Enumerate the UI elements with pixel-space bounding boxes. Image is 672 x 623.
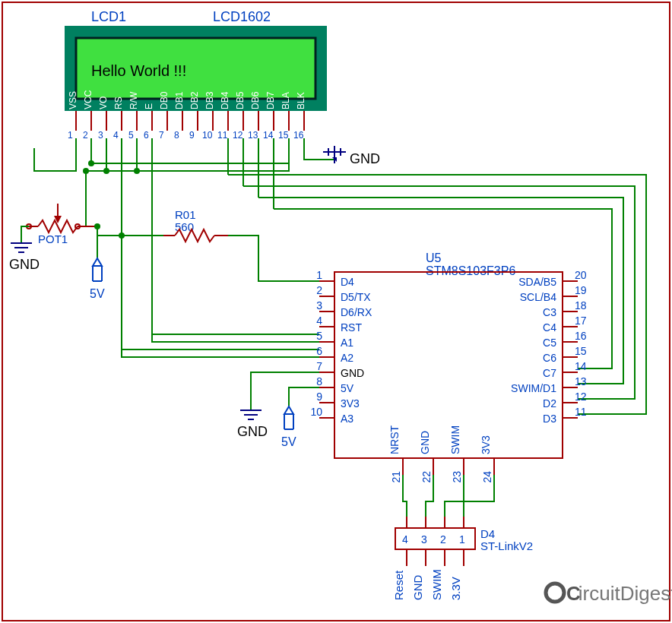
svg-text:1: 1 (459, 533, 465, 546)
gnd-symbol-pot: GND (9, 243, 40, 272)
gnd-symbol-lcd: GND (323, 146, 380, 166)
svg-text:NRST: NRST (388, 425, 401, 454)
svg-text:DB7: DB7 (265, 91, 276, 109)
svg-text:CircuitDigest: CircuitDigest (566, 582, 672, 605)
svg-text:24: 24 (481, 471, 493, 483)
svg-text:3V3: 3V3 (480, 435, 492, 454)
svg-text:RS: RS (113, 96, 124, 109)
lcd-part: LCD1602 (213, 9, 271, 24)
potentiometer: POT1 (27, 204, 100, 245)
svg-text:7: 7 (159, 130, 164, 141)
svg-text:GND: GND (341, 367, 364, 379)
resistor-r01: R01 560 (163, 208, 228, 242)
svg-text:A1: A1 (341, 337, 353, 349)
svg-text:13: 13 (575, 375, 587, 387)
svg-text:SWIM/D1: SWIM/D1 (511, 382, 556, 394)
svg-text:15: 15 (575, 345, 587, 357)
svg-text:SWIM: SWIM (449, 425, 461, 454)
svg-text:GND: GND (419, 431, 431, 454)
svg-text:4: 4 (113, 130, 119, 141)
svg-text:VSS: VSS (68, 91, 78, 109)
svg-text:DB2: DB2 (189, 91, 200, 109)
svg-text:12: 12 (233, 130, 243, 141)
svg-text:15: 15 (278, 130, 289, 141)
svg-text:3.3V: 3.3V (449, 577, 462, 600)
svg-text:14: 14 (575, 360, 587, 372)
5v-label-2: 5V (281, 435, 296, 448)
svg-text:2: 2 (440, 533, 446, 546)
svg-text:10: 10 (202, 130, 213, 141)
svg-text:7: 7 (316, 360, 322, 372)
lcd1602-component: LCD1 LCD1602 Hello World !!! VSS 1 VCC 2… (65, 9, 327, 141)
svg-text:R/W: R/W (128, 91, 139, 109)
svg-text:2: 2 (316, 284, 322, 296)
svg-text:3: 3 (421, 533, 427, 546)
svg-text:21: 21 (390, 471, 402, 483)
svg-text:C4: C4 (543, 321, 556, 334)
svg-text:5: 5 (316, 330, 322, 342)
svg-text:10: 10 (310, 406, 322, 418)
svg-text:C5: C5 (543, 337, 556, 349)
svg-text:1: 1 (68, 130, 73, 141)
svg-text:D5/TX: D5/TX (341, 291, 371, 303)
svg-text:DB4: DB4 (220, 91, 230, 109)
svg-text:5: 5 (128, 130, 134, 141)
5v-source-2: 5V (281, 406, 296, 448)
svg-text:9: 9 (316, 391, 322, 403)
svg-text:D6/RX: D6/RX (341, 306, 372, 318)
svg-text:3: 3 (98, 130, 103, 141)
svg-text:13: 13 (248, 130, 258, 141)
gnd-label-lcd: GND (350, 151, 380, 166)
svg-text:E: E (144, 103, 154, 109)
svg-text:D3: D3 (543, 413, 556, 425)
svg-text:C3: C3 (543, 306, 556, 318)
mcu-ref: U5 (426, 251, 442, 264)
svg-text:SDA/B5: SDA/B5 (518, 276, 556, 288)
svg-text:20: 20 (575, 269, 587, 281)
svg-text:12: 12 (575, 391, 587, 403)
svg-text:14: 14 (263, 130, 274, 141)
svg-text:22: 22 (420, 471, 433, 483)
svg-text:Reset: Reset (392, 570, 405, 600)
svg-text:8: 8 (174, 130, 179, 141)
svg-text:16: 16 (575, 330, 587, 342)
svg-text:C6: C6 (543, 352, 556, 364)
svg-text:D2: D2 (543, 397, 556, 410)
svg-text:17: 17 (575, 315, 587, 327)
gnd-label-mcu: GND (237, 424, 268, 439)
svg-text:9: 9 (189, 130, 195, 141)
mcu-u5: U5 STM8S103F3P6 1D4 2D5/TX 3D6/RX 4RST 5… (310, 251, 586, 483)
svg-text:8: 8 (316, 375, 322, 387)
circuitdigest-logo: CircuitDigest (546, 582, 672, 605)
svg-text:BLA: BLA (281, 92, 291, 109)
5v-source-1: 5V (90, 226, 105, 300)
svg-text:DB6: DB6 (250, 91, 261, 109)
svg-text:19: 19 (575, 284, 587, 296)
gnd-symbol-mcu: GND (237, 410, 268, 439)
stlink-ref: D4 (480, 527, 495, 540)
svg-text:GND: GND (411, 575, 424, 601)
svg-text:1: 1 (316, 269, 322, 281)
svg-text:18: 18 (575, 299, 587, 312)
svg-text:23: 23 (451, 471, 463, 483)
svg-text:4: 4 (402, 533, 408, 546)
svg-text:A3: A3 (341, 413, 353, 425)
svg-text:SCL/B4: SCL/B4 (520, 291, 556, 303)
svg-text:4: 4 (316, 315, 322, 327)
svg-text:2: 2 (83, 130, 88, 141)
svg-text:C7: C7 (543, 367, 556, 379)
svg-text:RST: RST (341, 321, 362, 334)
r01-ref: R01 (175, 208, 196, 221)
stlink-part: ST-LinkV2 (480, 539, 533, 552)
5v-label-1: 5V (90, 287, 105, 300)
pot-ref: POT1 (38, 232, 68, 245)
gnd-label-pot: GND (9, 257, 40, 272)
svg-text:DB1: DB1 (174, 91, 185, 109)
schematic-canvas: LCD1 LCD1602 Hello World !!! VSS 1 VCC 2… (0, 0, 672, 623)
mcu-part: STM8S103F3P6 (426, 264, 515, 277)
svg-text:DB5: DB5 (235, 91, 246, 109)
svg-text:6: 6 (316, 345, 322, 357)
svg-text:16: 16 (293, 130, 304, 141)
svg-text:3: 3 (316, 299, 322, 312)
svg-text:11: 11 (217, 130, 228, 141)
